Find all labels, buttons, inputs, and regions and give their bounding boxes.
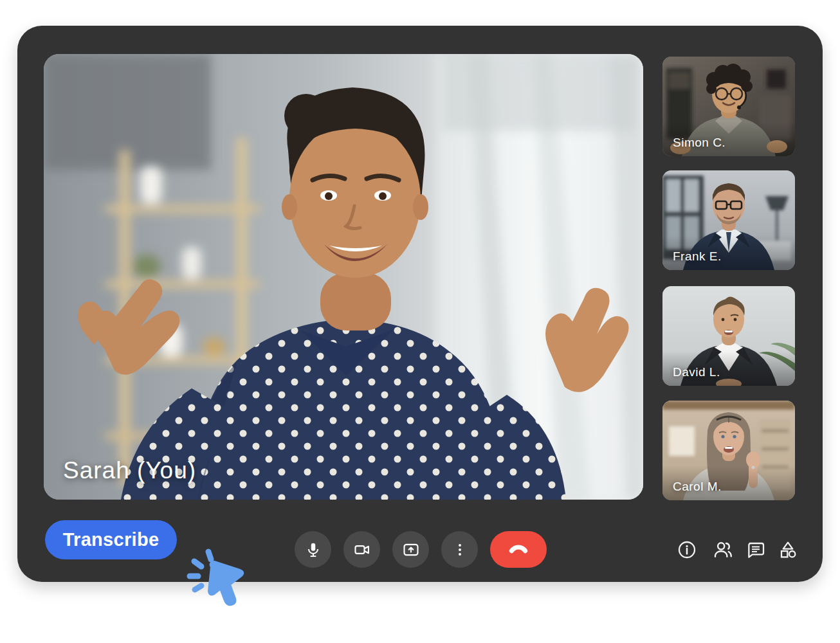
chat-button[interactable] bbox=[743, 537, 769, 563]
activities-button[interactable] bbox=[775, 537, 801, 563]
present-screen-icon bbox=[402, 541, 420, 559]
speaker-label: Sarah (You) bbox=[63, 457, 196, 484]
participant-name: Carol M. bbox=[673, 480, 722, 494]
participant-name: Frank E. bbox=[673, 249, 722, 264]
transcribe-button[interactable]: Transcribe bbox=[45, 520, 177, 559]
activities-icon bbox=[778, 539, 798, 560]
call-window: Sarah (You) bbox=[17, 26, 823, 582]
camera-button[interactable] bbox=[343, 531, 380, 568]
microphone-icon bbox=[305, 541, 322, 558]
present-screen-button[interactable] bbox=[392, 531, 429, 568]
end-call-button[interactable] bbox=[490, 531, 547, 568]
info-icon bbox=[677, 539, 697, 560]
participant-name: Simon C. bbox=[673, 136, 726, 150]
participant-tile-david[interactable]: David L. bbox=[662, 286, 795, 386]
participants-icon bbox=[712, 539, 734, 561]
video-camera-icon bbox=[353, 541, 371, 559]
kebab-menu-icon bbox=[452, 541, 468, 558]
page: Sarah (You) bbox=[0, 0, 840, 643]
microphone-button[interactable] bbox=[295, 531, 331, 568]
self-video-feed bbox=[44, 54, 643, 500]
info-button[interactable] bbox=[674, 537, 700, 563]
more-options-button[interactable] bbox=[441, 531, 478, 568]
participant-name: David L. bbox=[673, 365, 720, 379]
participant-tile-simon[interactable]: Simon C. bbox=[662, 57, 795, 156]
participants-button[interactable] bbox=[710, 537, 736, 563]
chat-icon bbox=[745, 539, 766, 560]
participant-tile-frank[interactable]: Frank E. bbox=[662, 170, 795, 270]
participant-tile-carol[interactable]: Carol M. bbox=[662, 401, 795, 500]
end-call-phone-icon bbox=[507, 539, 529, 561]
main-video-tile-self[interactable]: Sarah (You) bbox=[44, 54, 643, 500]
